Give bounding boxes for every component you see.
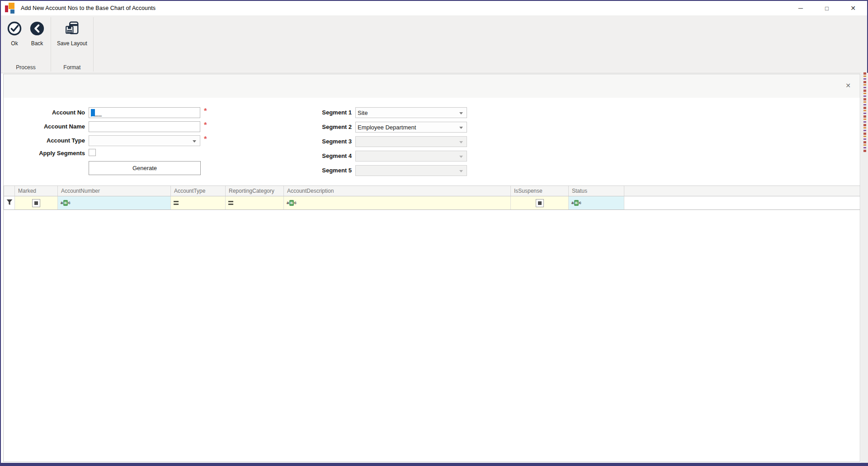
segment-4-combobox[interactable] [355,151,467,162]
ribbon-toolbar: Ok Back Process [1,15,867,73]
generate-button[interactable]: Generate [89,161,201,175]
account-name-input[interactable] [89,121,200,132]
chevron-down-icon [459,141,463,143]
back-button[interactable]: Back [26,20,48,48]
account-no-mask: __ [95,109,102,116]
chevron-down-icon [459,170,463,172]
save-layout-button-label: Save Layout [57,40,87,47]
account-type-label: Account Type [1,137,85,144]
column-header-accountnumber[interactable]: AccountNumber [58,186,171,196]
close-button[interactable]: ✕ [840,1,866,15]
segment-3-combobox[interactable] [355,136,467,147]
accounts-grid: Marked AccountNumber AccountType Reporti… [4,185,860,210]
segment-4-label: Segment 4 [275,152,352,159]
grid-header-row: Marked AccountNumber AccountType Reporti… [4,185,860,196]
abc-filter-icon: aBc [61,200,71,206]
required-marker: * [204,121,207,130]
ribbon-group-label-process: Process [1,64,51,73]
segment-2-label: Segment 2 [275,124,352,130]
segment-5-label: Segment 5 [275,167,352,174]
filter-cell-status[interactable]: aBc [569,196,624,209]
save-layout-button[interactable]: Save Layout [54,20,90,48]
filter-row-filler [624,196,860,209]
edge-artifact [863,72,866,153]
column-header-reportingcategory[interactable]: ReportingCategory [226,186,284,196]
app-logo-icon [5,3,17,14]
checkbox-filter-icon[interactable] [536,199,544,207]
equals-filter-icon [174,201,179,205]
filter-cell-accountdescription[interactable]: aBc [284,196,511,209]
column-header-accounttype[interactable]: AccountType [171,186,226,196]
back-button-label: Back [31,40,43,47]
ok-check-circle-icon [7,21,22,38]
window-title: Add New Account Nos to the Base Chart of… [21,5,156,11]
column-header-status[interactable]: Status [569,186,624,196]
segment-5-combobox[interactable] [355,165,467,176]
grid-header-filler [624,186,860,196]
required-marker: * [204,135,207,144]
chevron-down-icon [459,156,463,158]
ribbon-group-process: Ok Back Process [1,15,51,73]
window-controls: ─ □ ✕ [788,1,866,15]
abc-filter-icon: aBc [287,200,297,206]
chevron-down-icon [459,112,463,114]
ok-button[interactable]: Ok [4,20,25,48]
ribbon-separator [93,17,94,71]
filter-cell-marked[interactable] [15,196,58,209]
back-circle-icon [29,21,45,38]
segment-1-label: Segment 1 [275,109,352,116]
filter-row-indicator [4,196,15,209]
filter-cell-reportingcategory[interactable] [226,196,284,209]
equals-filter-icon [228,201,233,205]
column-header-issuspense[interactable]: IsSuspense [511,186,569,196]
checkbox-filter-icon[interactable] [32,199,40,207]
ok-button-label: Ok [11,40,18,47]
maximize-button[interactable]: □ [814,1,840,15]
segment-2-combobox[interactable]: Employee Department [355,122,467,133]
chevron-down-icon [459,127,463,129]
panel-header-strip [4,74,860,98]
ribbon-group-label-format: Format [51,64,93,73]
filter-cell-accountnumber[interactable]: aBc [58,196,171,209]
titlebar: Add New Account Nos to the Base Chart of… [1,1,867,15]
app-window: Add New Account Nos to the Base Chart of… [0,0,868,466]
account-no-label: Account No [1,109,85,116]
filter-cell-issuspense[interactable] [511,196,569,209]
segment-3-label: Segment 3 [275,138,352,145]
save-floppy-icon [64,21,80,38]
panel-close-icon[interactable]: ✕ [843,81,853,90]
grid-filter-row: aBc aBc aBc [4,196,860,210]
column-header-marked[interactable]: Marked [15,186,58,196]
chevron-down-icon [193,140,196,143]
segment-1-value: Site [358,109,368,116]
window-bottom-border [1,463,867,466]
abc-filter-icon: aBc [571,200,581,206]
filter-funnel-icon [6,199,13,207]
required-marker: * [204,107,207,116]
ribbon-group-format: Save Layout Format [51,15,93,73]
segment-1-combobox[interactable]: Site [355,107,467,118]
apply-segments-checkbox[interactable] [89,149,96,156]
segment-2-value: Employee Department [358,124,416,131]
account-no-input[interactable]: ___ [89,107,200,118]
account-type-combobox[interactable] [89,135,200,146]
grid-header-indicator [4,186,15,196]
apply-segments-label: Apply Segments [1,150,85,157]
column-header-accountdescription[interactable]: AccountDescription [284,186,511,196]
filter-cell-accounttype[interactable] [171,196,226,209]
text-selection-caret: _ [91,109,95,117]
minimize-button[interactable]: ─ [788,1,814,15]
account-name-label: Account Name [1,123,85,130]
